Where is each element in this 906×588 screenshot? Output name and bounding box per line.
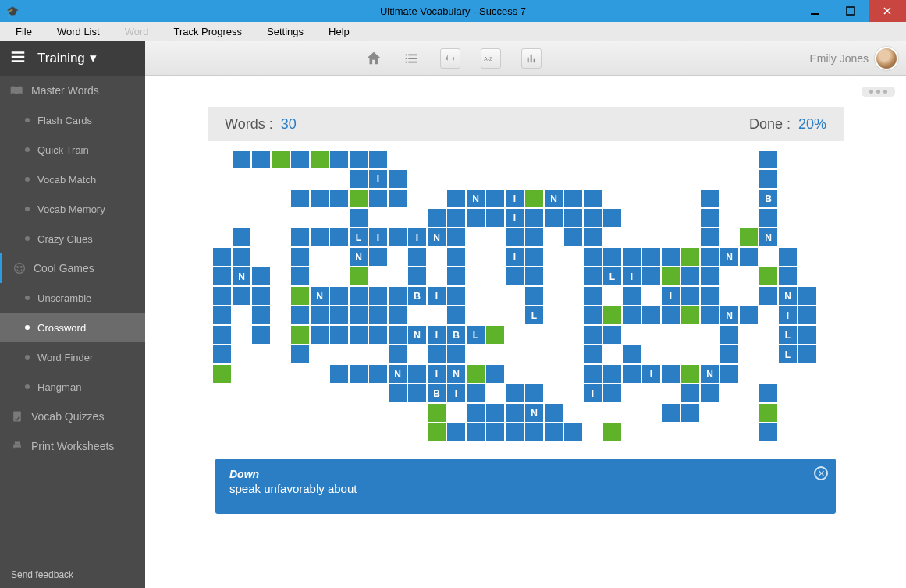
crossword-cell[interactable] [291, 190, 309, 207]
crossword-cell[interactable]: I [369, 228, 387, 246]
crossword-cell[interactable] [584, 365, 602, 383]
crossword-cell[interactable] [291, 151, 309, 168]
crossword-cell[interactable] [584, 267, 602, 285]
crossword-cell[interactable] [428, 345, 446, 363]
crossword-cell[interactable] [701, 267, 719, 285]
crossword-cell[interactable]: B [447, 326, 465, 344]
maximize-button[interactable] [833, 0, 869, 22]
crossword-cell[interactable] [584, 287, 602, 305]
crossword-cell[interactable] [369, 287, 387, 305]
crossword-cell[interactable] [467, 365, 485, 383]
crossword-cell[interactable] [447, 267, 465, 285]
crossword-cell[interactable] [233, 151, 250, 168]
crossword-cell[interactable] [701, 190, 719, 207]
crossword-cell[interactable] [681, 404, 699, 422]
crossword-cell[interactable] [252, 287, 270, 305]
crossword-cell[interactable] [603, 326, 621, 344]
crossword-cell[interactable] [447, 248, 465, 266]
crossword-cell[interactable] [291, 345, 309, 363]
crossword-cell[interactable] [252, 151, 270, 168]
crossword-cell[interactable] [486, 365, 504, 383]
crossword-cell[interactable] [740, 306, 758, 324]
crossword-cell[interactable]: I [506, 190, 524, 207]
crossword-cell[interactable]: N [350, 248, 368, 266]
crossword-cell[interactable] [525, 248, 543, 266]
crossword-cell[interactable] [525, 267, 543, 285]
crossword-cell[interactable] [759, 267, 777, 285]
crossword-cell[interactable]: N [779, 287, 797, 305]
crossword-cell[interactable]: L [350, 228, 368, 246]
crossword-cell[interactable]: N [311, 287, 329, 305]
crossword-cell[interactable] [584, 345, 602, 363]
menu-settings[interactable]: Settings [254, 26, 316, 37]
crossword-cell[interactable] [213, 248, 231, 266]
home-icon[interactable] [365, 48, 382, 69]
sidebar-item-hangman[interactable]: Hangman [0, 372, 145, 402]
crossword-cell[interactable] [759, 151, 777, 168]
menu-wordlist[interactable]: Word List [44, 26, 112, 37]
crossword-cell[interactable]: N [720, 306, 738, 324]
crossword-cell[interactable] [642, 248, 660, 266]
crossword-cell[interactable] [389, 384, 407, 402]
crossword-cell[interactable] [623, 306, 641, 324]
crossword-cell[interactable] [564, 209, 582, 227]
crossword-cell[interactable] [759, 404, 777, 422]
crossword-cell[interactable]: N [759, 228, 777, 246]
crossword-cell[interactable]: N [447, 365, 465, 383]
crossword-cell[interactable] [662, 267, 680, 285]
close-button[interactable] [869, 0, 906, 22]
crossword-cell[interactable] [486, 423, 504, 441]
crossword-cell[interactable] [603, 365, 621, 383]
crossword-cell[interactable] [701, 306, 719, 324]
crossword-cell[interactable] [603, 306, 621, 324]
crossword-cell[interactable] [603, 248, 621, 266]
crossword-cell[interactable]: L [467, 326, 485, 344]
crossword-cell[interactable]: B [759, 190, 777, 207]
crossword-cell[interactable] [311, 306, 329, 324]
crossword-cell[interactable] [467, 404, 485, 422]
crossword-cell[interactable] [623, 248, 641, 266]
crossword-cell[interactable] [330, 326, 348, 344]
crossword-cell[interactable] [720, 326, 738, 344]
crossword-cell[interactable] [701, 287, 719, 305]
az-icon[interactable]: A-Z [481, 48, 501, 69]
crossword-cell[interactable]: I [662, 287, 680, 305]
crossword-cell[interactable] [350, 151, 368, 168]
crossword-cell[interactable] [330, 365, 348, 383]
crossword-cell[interactable] [408, 365, 426, 383]
sidebar-item-vocab-match[interactable]: Vocab Match [0, 165, 145, 194]
crossword-cell[interactable] [623, 287, 641, 305]
crossword-cell[interactable] [506, 384, 524, 402]
crossword-cell[interactable] [369, 306, 387, 324]
crossword-cell[interactable] [506, 228, 524, 246]
crossword-cell[interactable] [506, 267, 524, 285]
crossword-cell[interactable]: I [428, 326, 446, 344]
crossword-cell[interactable]: I [506, 209, 524, 227]
crossword-cell[interactable] [408, 384, 426, 402]
crossword-cell[interactable] [525, 228, 543, 246]
crossword-cell[interactable] [467, 209, 485, 227]
crossword-cell[interactable] [311, 326, 329, 344]
sidebar-item-quick-train[interactable]: Quick Train [0, 135, 145, 165]
crossword-cell[interactable] [369, 365, 387, 383]
crossword-cell[interactable] [350, 190, 368, 207]
crossword-cell[interactable] [603, 423, 621, 441]
crossword-cell[interactable] [486, 209, 504, 227]
crossword-cell[interactable] [291, 228, 309, 246]
crossword-cell[interactable] [681, 248, 699, 266]
crossword-cell[interactable]: I [408, 228, 426, 246]
menu-help[interactable]: Help [316, 26, 362, 37]
minimize-button[interactable] [797, 0, 833, 22]
close-clue-button[interactable]: ✕ [814, 466, 828, 480]
crossword-cell[interactable] [545, 209, 563, 227]
crossword-cell[interactable] [681, 306, 699, 324]
crossword-cell[interactable] [330, 228, 348, 246]
crossword-cell[interactable] [213, 267, 231, 285]
crossword-cell[interactable] [408, 267, 426, 285]
crossword-cell[interactable] [447, 209, 465, 227]
user-area[interactable]: Emily Jones [810, 47, 906, 70]
crossword-cell[interactable] [798, 326, 816, 344]
crossword-cell[interactable] [330, 190, 348, 207]
crossword-cell[interactable] [584, 190, 602, 207]
crossword-cell[interactable] [350, 170, 368, 188]
